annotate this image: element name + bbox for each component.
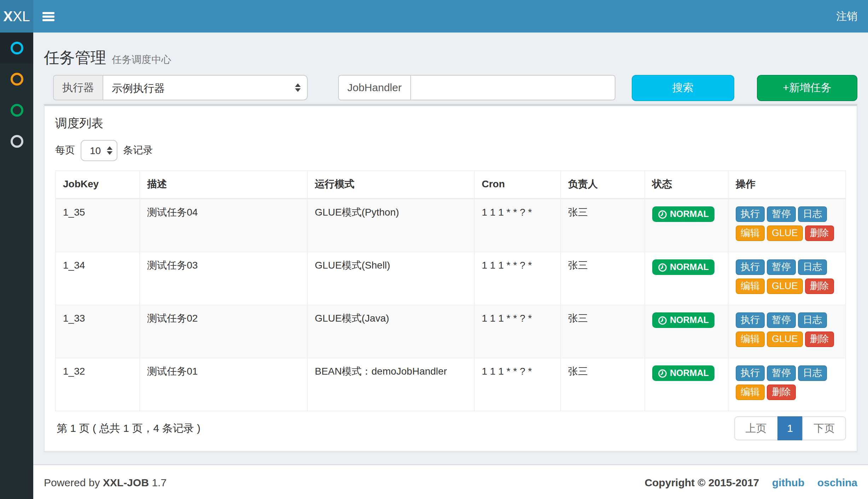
job-key-cell: 1_32 bbox=[56, 358, 140, 411]
run-button[interactable]: 执行 bbox=[736, 259, 765, 275]
pagination: 上页 1 下页 bbox=[734, 416, 846, 440]
edit-button[interactable]: 编辑 bbox=[736, 225, 765, 241]
log-button[interactable]: 日志 bbox=[798, 206, 827, 222]
log-button[interactable]: 日志 bbox=[798, 365, 827, 381]
delete-button[interactable]: 删除 bbox=[805, 331, 834, 347]
sidebar-item-glue-ide[interactable] bbox=[0, 95, 33, 126]
filter-toolbar: 执行器 示例执行器 JobHandler 搜索 +新增任务 bbox=[53, 75, 857, 101]
cron-cell: 1 1 1 * * ? * bbox=[474, 305, 561, 358]
sidebar-item-dispatch-log[interactable] bbox=[0, 64, 33, 95]
page-header: 任务管理任务调度中心 bbox=[33, 33, 868, 70]
circle-icon bbox=[10, 73, 23, 86]
desc-cell: 测试任务01 bbox=[140, 358, 307, 411]
column-header: Cron bbox=[474, 171, 561, 199]
glue-button[interactable]: GLUE bbox=[767, 331, 803, 347]
page-length-suffix: 条记录 bbox=[123, 144, 153, 157]
owner-cell: 张三 bbox=[561, 305, 645, 358]
search-button[interactable]: 搜索 bbox=[631, 75, 734, 101]
page-length-prefix: 每页 bbox=[55, 144, 75, 157]
brand-name: XXL-JOB bbox=[103, 476, 149, 488]
copyright-text: Copyright © 2015-2017 bbox=[644, 476, 759, 488]
clock-icon bbox=[658, 263, 667, 272]
sidebar-item-job-manage[interactable] bbox=[0, 33, 33, 64]
table-row: 1_33测试任务02GLUE模式(Java)1 1 1 * * ? *张三NOR… bbox=[56, 305, 846, 358]
status-cell: NORMAL bbox=[645, 305, 728, 358]
table-row: 1_32测试任务01BEAN模式：demoJobHandler1 1 1 * *… bbox=[56, 358, 846, 411]
table-row: 1_35测试任务04GLUE模式(Python)1 1 1 * * ? *张三N… bbox=[56, 199, 846, 252]
job-key-cell: 1_33 bbox=[56, 305, 140, 358]
top-navbar: XXL 注销 bbox=[0, 0, 868, 33]
log-button[interactable]: 日志 bbox=[798, 259, 827, 275]
jobhandler-filter-group: JobHandler bbox=[338, 75, 615, 100]
owner-cell: 张三 bbox=[561, 199, 645, 252]
status-badge: NORMAL bbox=[652, 259, 714, 275]
powered-by-text: Powered by XXL-JOB 1.7 bbox=[44, 476, 167, 488]
glue-button[interactable]: GLUE bbox=[767, 278, 803, 294]
github-link[interactable]: github bbox=[772, 476, 805, 488]
app-logo[interactable]: XXL bbox=[0, 0, 33, 33]
mode-cell: GLUE模式(Python) bbox=[307, 199, 474, 252]
pause-button[interactable]: 暂停 bbox=[767, 365, 796, 381]
table-body: 1_35测试任务04GLUE模式(Python)1 1 1 * * ? *张三N… bbox=[56, 199, 846, 411]
mode-cell: GLUE模式(Shell) bbox=[307, 252, 474, 305]
logo-bold: X bbox=[3, 8, 13, 24]
column-header: 操作 bbox=[728, 171, 846, 199]
owner-cell: 张三 bbox=[561, 358, 645, 411]
delete-button[interactable]: 删除 bbox=[805, 278, 834, 294]
jobhandler-label: JobHandler bbox=[338, 75, 410, 100]
pause-button[interactable]: 暂停 bbox=[767, 206, 796, 222]
footer: Powered by XXL-JOB 1.7 Copyright © 2015-… bbox=[33, 464, 868, 499]
schedule-list-panel: 调度列表 每页 10 条记录 JobKey描述运行模式Cron负责人状态操作 1… bbox=[44, 104, 857, 452]
page-title: 任务管理 bbox=[44, 49, 106, 66]
oschina-link[interactable]: oschina bbox=[817, 476, 857, 488]
delete-button[interactable]: 删除 bbox=[767, 384, 796, 400]
run-button[interactable]: 执行 bbox=[736, 365, 765, 381]
pager-row: 第 1 页 ( 总共 1 页，4 条记录 ) 上页 1 下页 bbox=[55, 416, 846, 440]
pause-button[interactable]: 暂停 bbox=[767, 259, 796, 275]
executor-label: 执行器 bbox=[53, 75, 103, 100]
status-cell: NORMAL bbox=[645, 199, 728, 252]
desc-cell: 测试任务04 bbox=[140, 199, 307, 252]
page-length-select[interactable]: 10 bbox=[81, 140, 117, 161]
circle-icon bbox=[10, 104, 23, 117]
log-button[interactable]: 日志 bbox=[798, 312, 827, 328]
glue-button[interactable]: GLUE bbox=[767, 225, 803, 241]
pause-button[interactable]: 暂停 bbox=[767, 312, 796, 328]
pagination-info: 第 1 页 ( 总共 1 页，4 条记录 ) bbox=[55, 422, 201, 435]
circle-icon bbox=[10, 135, 23, 148]
run-button[interactable]: 执行 bbox=[736, 206, 765, 222]
footer-right: Copyright © 2015-2017 github oschina bbox=[644, 476, 857, 488]
add-job-button[interactable]: +新增任务 bbox=[757, 75, 857, 101]
sidebar-toggle-icon[interactable] bbox=[33, 0, 65, 33]
delete-button[interactable]: 删除 bbox=[805, 225, 834, 241]
mode-cell: GLUE模式(Java) bbox=[307, 305, 474, 358]
job-key-cell: 1_34 bbox=[56, 252, 140, 305]
owner-cell: 张三 bbox=[561, 252, 645, 305]
executor-filter-group: 执行器 示例执行器 bbox=[53, 75, 308, 100]
executor-select[interactable]: 示例执行器 bbox=[103, 75, 308, 100]
cron-cell: 1 1 1 * * ? * bbox=[474, 199, 561, 252]
edit-button[interactable]: 编辑 bbox=[736, 278, 765, 294]
sidebar-item-help[interactable] bbox=[0, 126, 33, 157]
sidebar bbox=[0, 33, 33, 499]
edit-button[interactable]: 编辑 bbox=[736, 331, 765, 347]
app-root: XXL 注销 任务管理任务调度中心 执行器 示例执行器 JobHandler bbox=[0, 0, 868, 499]
job-key-cell: 1_35 bbox=[56, 199, 140, 252]
page-length-control: 每页 10 条记录 bbox=[55, 140, 846, 161]
column-header: 描述 bbox=[140, 171, 307, 199]
clock-icon bbox=[658, 210, 667, 219]
status-badge: NORMAL bbox=[652, 312, 714, 328]
circle-icon bbox=[10, 42, 23, 54]
prev-page-button[interactable]: 上页 bbox=[734, 416, 778, 440]
next-page-button[interactable]: 下页 bbox=[802, 416, 846, 440]
edit-button[interactable]: 编辑 bbox=[736, 384, 765, 400]
status-badge: NORMAL bbox=[652, 206, 714, 222]
jobhandler-input[interactable] bbox=[410, 75, 615, 100]
clock-icon bbox=[658, 316, 667, 325]
page-subtitle: 任务调度中心 bbox=[112, 54, 171, 65]
actions-cell: 执行暂停日志编辑GLUE删除 bbox=[728, 305, 846, 358]
run-button[interactable]: 执行 bbox=[736, 312, 765, 328]
column-header: 负责人 bbox=[561, 171, 645, 199]
page-1-button[interactable]: 1 bbox=[777, 416, 803, 440]
logout-link[interactable]: 注销 bbox=[826, 0, 868, 33]
